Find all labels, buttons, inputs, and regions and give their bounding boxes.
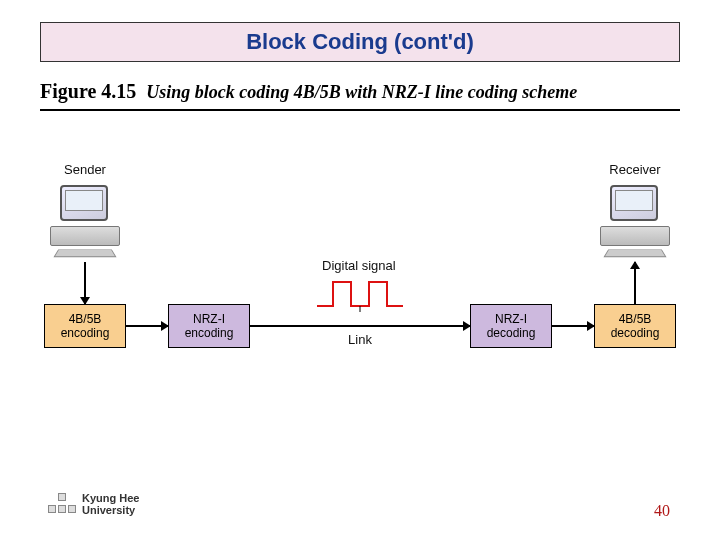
- receiver-computer-icon: Receiver: [600, 180, 670, 260]
- footer-logo: Kyung Hee University: [48, 492, 139, 516]
- sender-computer-icon: Sender: [50, 180, 120, 260]
- block-4b5b-encoding: 4B/5B encoding: [44, 304, 126, 348]
- figure-header: Figure 4.15 Using block coding 4B/5B wit…: [40, 80, 680, 103]
- slide-title: Block Coding (cont'd): [246, 29, 474, 54]
- page-number: 40: [654, 502, 670, 520]
- block-line: NRZ-I: [193, 312, 225, 326]
- slide-title-bar: Block Coding (cont'd): [40, 22, 680, 62]
- block-line: decoding: [611, 326, 660, 340]
- diagram-canvas: Sender Receiver 4B/5B encoding NRZ-I enc…: [40, 180, 680, 410]
- footer-line: University: [82, 504, 139, 516]
- sender-label: Sender: [50, 162, 120, 177]
- block-line: 4B/5B: [69, 312, 102, 326]
- block-line: decoding: [487, 326, 536, 340]
- block-line: NRZ-I: [495, 312, 527, 326]
- arrow-b1-b2: [126, 325, 168, 327]
- block-nrzi-decoding: NRZ-I decoding: [470, 304, 552, 348]
- arrow-link: [250, 325, 470, 327]
- arrow-receiver-up: [634, 262, 636, 304]
- digital-signal-wave-icon: [315, 276, 405, 312]
- receiver-label: Receiver: [600, 162, 670, 177]
- figure-caption: Using block coding 4B/5B with NRZ-I line…: [146, 82, 577, 103]
- block-line: 4B/5B: [619, 312, 652, 326]
- footer-university-name: Kyung Hee University: [82, 492, 139, 516]
- block-line: encoding: [185, 326, 234, 340]
- digital-signal-label: Digital signal: [322, 258, 396, 273]
- arrow-b3-b4: [552, 325, 594, 327]
- figure-number: Figure 4.15: [40, 80, 136, 103]
- block-4b5b-decoding: 4B/5B decoding: [594, 304, 676, 348]
- university-logo-icon: [48, 493, 76, 515]
- divider: [40, 109, 680, 111]
- arrow-sender-down: [84, 262, 86, 304]
- block-nrzi-encoding: NRZ-I encoding: [168, 304, 250, 348]
- link-label: Link: [340, 332, 380, 347]
- footer-line: Kyung Hee: [82, 492, 139, 504]
- block-line: encoding: [61, 326, 110, 340]
